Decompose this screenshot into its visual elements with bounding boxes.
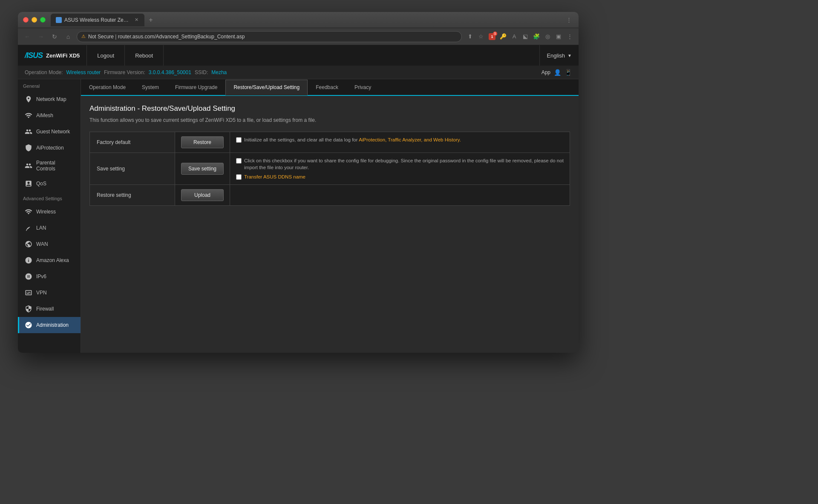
sidebar-item-qos[interactable]: QoS [18, 176, 81, 192]
tab-operation-mode[interactable]: Operation Mode [81, 80, 134, 95]
minimize-button[interactable] [32, 17, 37, 23]
tab-firmware-upgrade[interactable]: Firmware Upgrade [167, 80, 225, 95]
sidebar-icon[interactable]: ▣ [554, 32, 563, 41]
sidebar-item-firewall[interactable]: Firewall [18, 301, 81, 317]
factory-default-label: Factory default [90, 132, 175, 153]
window-menu-icon[interactable]: ⋮ [564, 15, 573, 25]
wan-icon [24, 240, 33, 248]
mac-window: ASUS Wireless Router ZenWiFi... ✕ + ⋮ ← … [18, 12, 579, 353]
share-icon[interactable]: ⬆ [465, 32, 475, 41]
password-icon[interactable]: 🔑 [498, 32, 508, 41]
ddns-link[interactable]: Transfer ASUS DDNS name [244, 174, 305, 179]
address-text: Not Secure | router.asus.com/Advanced_Se… [88, 34, 245, 40]
ddns-transfer-checkbox[interactable] [236, 174, 242, 180]
sidebar-label-vpn: VPN [36, 290, 47, 296]
language-label: English [547, 52, 565, 59]
users-icon: 👤 [554, 69, 561, 76]
tab-feedback[interactable]: Feedback [308, 80, 346, 95]
phone-icon: 📱 [565, 69, 572, 76]
router-ui: /ISUS ZenWiFi XD5 Logout Reboot English … [18, 45, 579, 353]
sidebar-item-lan[interactable]: LAN [18, 220, 81, 236]
more-icon[interactable]: ⋮ [565, 32, 574, 41]
sidebar-label-guest-network: Guest Network [36, 129, 70, 135]
router-header: /ISUS ZenWiFi XD5 Logout Reboot English … [18, 45, 579, 66]
alexa-icon [24, 256, 33, 265]
admin-icon [24, 321, 33, 329]
sidebar-label-network-map: Network Map [36, 96, 66, 102]
restore-setting-action: Upload [175, 185, 230, 206]
router-brand: /ISUS ZenWiFi XD5 [18, 45, 87, 66]
address-input[interactable]: ⚠ Not Secure | router.asus.com/Advanced_… [77, 31, 462, 42]
sidebar-item-aiprotection[interactable]: AiProtection [18, 140, 81, 156]
tab-privacy[interactable]: Privacy [346, 80, 379, 95]
sidebar-item-wireless[interactable]: Wireless [18, 204, 81, 220]
sidebar-label-administration: Administration [36, 322, 69, 328]
table-row-save-setting: Save setting Save setting Click on this … [90, 153, 570, 185]
tab-favicon [56, 17, 62, 23]
close-button[interactable] [23, 17, 29, 23]
browser-toolbar: ⬆ ☆ 1 1 🔑 A ⬕ 🧩 ◎ ▣ ⋮ [465, 32, 574, 41]
map-icon [24, 95, 33, 104]
security-icon: ⚠ [81, 34, 86, 39]
restore-button[interactable]: Restore [181, 136, 224, 148]
sub-nav: Operation Mode System Firmware Upgrade R… [81, 79, 579, 96]
share-config-checkbox[interactable] [236, 158, 242, 164]
firmware-value[interactable]: 3.0.0.4.386_50001 [149, 69, 191, 75]
forward-button[interactable]: → [36, 32, 46, 42]
sidebar-item-aimesh[interactable]: AiMesh [18, 107, 81, 124]
ssid-value[interactable]: Mezha [211, 69, 227, 75]
init-checkbox-row: Initialize all the settings, and clear a… [236, 136, 564, 143]
tab-restore-save-upload[interactable]: Restore/Save/Upload Setting [225, 80, 308, 95]
new-tab-button[interactable]: + [146, 15, 156, 25]
sidebar-item-vpn[interactable]: VPN [18, 285, 81, 301]
ddns-transfer-label: Transfer ASUS DDNS name [244, 173, 305, 180]
cast-icon[interactable]: ⬕ [521, 32, 530, 41]
home-button[interactable]: ⌂ [63, 32, 73, 42]
tab-close-button[interactable]: ✕ [133, 17, 139, 23]
reload-button[interactable]: ↻ [49, 32, 60, 42]
ipv6-icon [24, 272, 33, 281]
language-selector[interactable]: English ▼ [539, 45, 579, 66]
profile-icon[interactable]: ◎ [543, 32, 552, 41]
logout-button[interactable]: Logout [87, 45, 125, 66]
app-link[interactable]: App [541, 69, 550, 75]
lang-dropdown-icon: ▼ [567, 53, 572, 58]
firewall-icon [24, 305, 33, 313]
reboot-button[interactable]: Reboot [125, 45, 164, 66]
sidebar-item-guest-network[interactable]: Guest Network [18, 124, 81, 140]
page-content: Administration - Restore/Save/Upload Set… [81, 96, 579, 353]
router-model: ZenWiFi XD5 [46, 52, 80, 59]
puzzle-icon[interactable]: 🧩 [532, 32, 541, 41]
initialize-checkbox[interactable] [236, 137, 242, 143]
aiprotection-link[interactable]: AiProtection, Traffic Analyzer, and Web … [359, 137, 461, 142]
sidebar-general-label: General [18, 79, 81, 91]
restore-setting-desc [230, 185, 570, 206]
back-button[interactable]: ← [22, 32, 32, 42]
sidebar-item-wan[interactable]: WAN [18, 236, 81, 252]
vpn-icon [24, 288, 33, 297]
tab-title: ASUS Wireless Router ZenWiFi... [64, 17, 131, 23]
op-mode-value[interactable]: Wireless router [66, 69, 101, 75]
table-row-restore-setting: Restore setting Upload [90, 185, 570, 206]
save-setting-label: Save setting [90, 153, 175, 185]
bookmark-icon[interactable]: ☆ [476, 32, 486, 41]
sidebar-item-administration[interactable]: Administration [18, 317, 81, 333]
save-setting-button[interactable]: Save setting [181, 163, 224, 175]
maximize-button[interactable] [40, 17, 46, 23]
save-setting-desc: Click on this checkbox if you want to sh… [230, 153, 570, 185]
sidebar-item-amazon-alexa[interactable]: Amazon Alexa [18, 252, 81, 268]
translate-icon[interactable]: A [510, 32, 519, 41]
extension-icon[interactable]: 1 1 [487, 32, 497, 41]
share-config-label: Click on this checkbox if you want to sh… [244, 157, 564, 171]
sidebar-item-network-map[interactable]: Network Map [18, 91, 81, 107]
address-bar: ← → ↻ ⌂ ⚠ Not Secure | router.asus.com/A… [18, 28, 579, 45]
factory-default-action: Restore [175, 132, 230, 153]
browser-tab[interactable]: ASUS Wireless Router ZenWiFi... ✕ [51, 14, 144, 26]
sidebar-item-ipv6[interactable]: IPv6 [18, 268, 81, 285]
sidebar-label-firewall: Firewall [36, 306, 54, 312]
sidebar-label-wireless: Wireless [36, 209, 56, 215]
tab-system[interactable]: System [134, 80, 167, 95]
sidebar-item-parental-controls[interactable]: Parental Controls [18, 156, 81, 176]
ddns-checkbox-row: Transfer ASUS DDNS name [236, 173, 564, 180]
upload-button[interactable]: Upload [181, 189, 224, 201]
